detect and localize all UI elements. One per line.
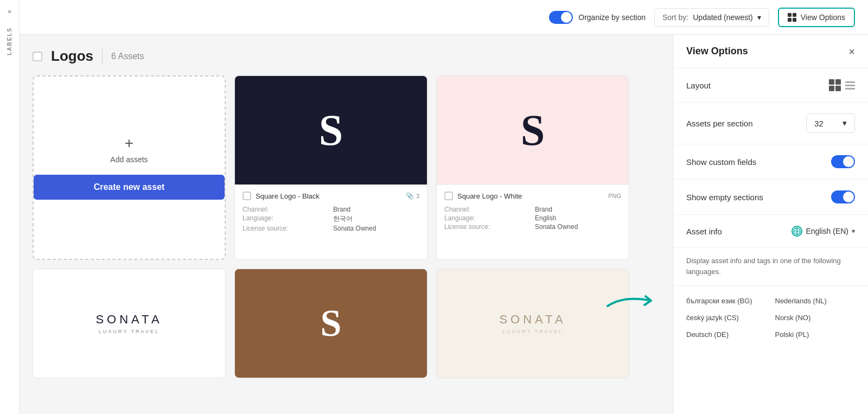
logo-preview-s-white: S	[319, 109, 343, 152]
show-empty-sections-toggle[interactable]	[831, 190, 855, 203]
asset-preview-pink: S	[437, 76, 629, 184]
layout-label: Layout	[686, 81, 711, 90]
language-item-pl[interactable]: Polski (PL)	[775, 328, 856, 341]
vop-custom-fields-section: Show custom fields	[673, 144, 868, 180]
sort-chevron-icon: ▾	[757, 13, 761, 22]
asset-meta: Channel: Brand Language: 한국어 License sou…	[242, 206, 419, 232]
asset-card: S Square Logo - White PNG Channel: Brand…	[436, 75, 629, 260]
language-item-de[interactable]: Deutsch (DE)	[686, 328, 767, 341]
show-custom-fields-toggle[interactable]	[831, 155, 855, 168]
assets-per-section-select[interactable]: 32 ▾	[806, 113, 855, 133]
asset-card-sonata-text: SONATA LUXURY TRAVEL	[33, 269, 226, 378]
meta-key: License source:	[242, 225, 329, 232]
section-divider	[102, 49, 103, 64]
meta-val: 한국어	[333, 214, 419, 224]
meta-key: Language:	[444, 214, 531, 222]
organize-section: Organize by section	[549, 11, 646, 24]
vop-aps-row: Assets per section 32 ▾	[686, 113, 855, 133]
meta-val: Sonata Owned	[333, 225, 419, 232]
logo-preview-s-dark: S	[521, 109, 545, 152]
asset-card-cream: SONATA LUXURY TRAVEL	[436, 269, 629, 378]
asset-name-row: Square Logo - White PNG	[444, 192, 621, 200]
asset-info-right[interactable]: English (EN) ▾	[792, 226, 855, 237]
list-layout-icon[interactable]	[845, 81, 855, 90]
show-custom-fields-label: Show custom fields	[686, 157, 756, 167]
organize-label: Organize by section	[578, 13, 646, 22]
asset-meta: Channel: Brand Language: English License…	[444, 206, 621, 231]
view-options-label: View Options	[801, 13, 845, 22]
add-assets-label: Add assets	[110, 155, 148, 164]
asset-preview-white: SONATA LUXURY TRAVEL	[33, 269, 225, 378]
attachment-count: 3	[416, 193, 419, 199]
asset-name-row: Square Logo - Black 📎 3	[242, 192, 419, 200]
languages-grid: български език (BG) Nederlands (NL) česk…	[673, 286, 868, 349]
asset-info: Square Logo - White PNG Channel: Brand L…	[437, 184, 629, 237]
language-item-bg[interactable]: български език (BG)	[686, 295, 767, 307]
sonata-text-logo: SONATA LUXURY TRAVEL	[95, 313, 162, 334]
section-title: Logos	[51, 48, 93, 65]
sort-prefix: Sort by:	[662, 13, 688, 22]
vop-layout-row: Layout	[686, 79, 855, 91]
vop-custom-fields-row: Show custom fields	[686, 155, 855, 168]
meta-key: Channel:	[242, 206, 329, 213]
vop-empty-sections-section: Show empty sections	[673, 180, 868, 215]
sonata-cream-logo: SONATA LUXURY TRAVEL	[499, 313, 566, 334]
language-item-no[interactable]: Norsk (NO)	[775, 311, 856, 324]
vop-description: Display asset info and tags in one of th…	[673, 248, 868, 286]
sort-dropdown[interactable]: Sort by: Updated (newest) ▾	[654, 8, 769, 27]
meta-key: Language:	[242, 214, 329, 224]
meta-val: English	[535, 214, 621, 222]
view-options-panel: View Options × Layout	[673, 35, 868, 414]
assets-per-section-label: Assets per section	[686, 119, 753, 128]
asset-checkbox[interactable]	[444, 192, 453, 200]
asset-badge: 📎 3	[406, 192, 419, 200]
assets-per-section-value: 32	[814, 119, 824, 128]
sidebar: » LABELS	[0, 0, 20, 414]
language-item-cs[interactable]: český jazyk (CS)	[686, 311, 767, 324]
asset-preview-cream: SONATA LUXURY TRAVEL	[437, 269, 629, 378]
asset-name: Square Logo - Black	[256, 192, 406, 200]
asset-info-label: Asset info	[686, 227, 722, 236]
meta-key: Channel:	[444, 206, 531, 213]
vop-header: View Options ×	[673, 35, 868, 68]
grid-layout-icon[interactable]	[829, 79, 841, 91]
sidebar-labels-text: LABELS	[7, 27, 12, 55]
vop-assets-per-section: Assets per section 32 ▾	[673, 103, 868, 144]
meta-key: License source:	[444, 223, 531, 231]
sort-value: Updated (newest)	[693, 13, 753, 22]
collapse-icon[interactable]: »	[4, 4, 15, 18]
create-asset-button[interactable]: Create new asset	[34, 175, 225, 200]
vop-title: View Options	[686, 46, 748, 57]
globe-icon	[792, 226, 802, 237]
content-area: Logos 6 Assets + Add assets Create new a…	[20, 35, 868, 414]
section-count: 6 Assets	[111, 52, 144, 61]
dropdown-chevron-icon: ▾	[843, 118, 847, 128]
topbar: Organize by section Sort by: Updated (ne…	[20, 0, 868, 35]
view-options-button[interactable]: View Options	[778, 8, 855, 27]
organize-toggle[interactable]	[549, 11, 573, 24]
asset-info: Square Logo - Black 📎 3 Channel: Brand L…	[235, 184, 427, 239]
meta-val: Brand	[535, 206, 621, 213]
arrow-indicator	[602, 284, 667, 314]
language-item-nl[interactable]: Nederlands (NL)	[775, 295, 856, 307]
asset-preview-dark: S	[235, 76, 427, 184]
meta-val: Sonata Owned	[535, 223, 621, 231]
grid-view-icon	[788, 13, 796, 22]
asset-checkbox[interactable]	[242, 192, 251, 200]
vop-close-button[interactable]: ×	[848, 46, 855, 57]
vop-asset-info-row: Asset info English (EN) ▾	[673, 215, 868, 248]
add-asset-card[interactable]: + Add assets Create new asset	[33, 75, 226, 260]
png-badge: PNG	[608, 193, 621, 199]
asset-card: S Square Logo - Black 📎 3 Channel:	[234, 75, 427, 260]
section-checkbox[interactable]	[33, 52, 42, 61]
show-empty-sections-label: Show empty sections	[686, 193, 763, 202]
asset-info-chevron-icon: ▾	[852, 227, 855, 235]
meta-val: Brand	[333, 206, 419, 213]
vop-empty-sections-row: Show empty sections	[686, 190, 855, 203]
add-icon: +	[125, 136, 133, 151]
asset-info-language: English (EN)	[806, 227, 848, 235]
asset-card-brown: S	[234, 269, 427, 378]
vop-layout-section: Layout	[673, 68, 868, 103]
logo-s-brown: S	[321, 302, 342, 345]
paperclip-icon: 📎	[406, 192, 414, 200]
